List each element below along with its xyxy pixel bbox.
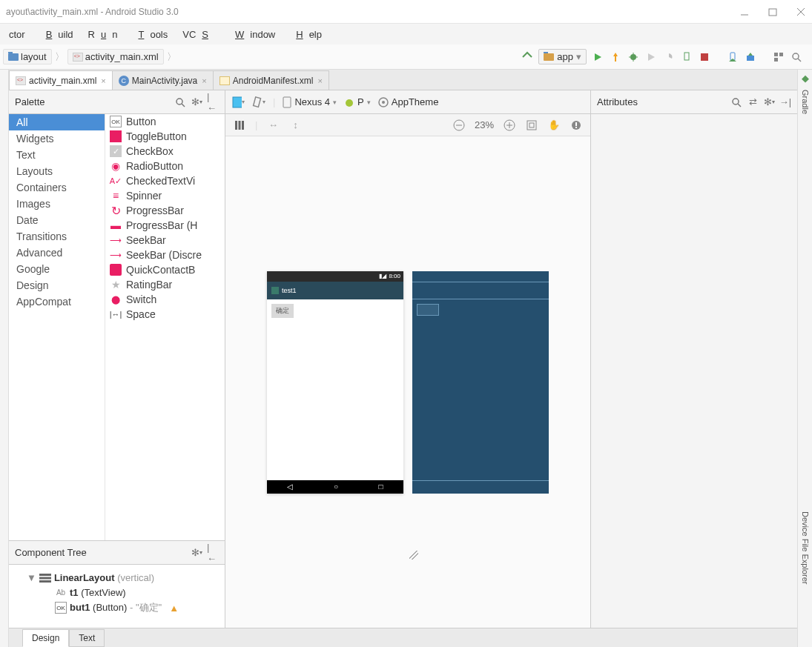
right-tool-stripe[interactable]: ◆ Gradle Device File Explorer <box>797 70 812 647</box>
breadcrumb-file[interactable]: activity_main.xml <box>67 49 164 64</box>
menu-run[interactable]: Run <box>82 27 124 42</box>
preview-button[interactable]: 确定 <box>271 304 294 318</box>
category-appcompat[interactable]: AppCompat <box>9 293 105 310</box>
debug-icon[interactable] <box>627 50 640 64</box>
widget-togglebutton[interactable]: ToggleButton <box>105 129 225 144</box>
orientation-icon[interactable]: ▾ <box>252 96 265 109</box>
close-icon[interactable]: × <box>200 76 206 85</box>
category-containers[interactable]: Containers <box>9 179 105 196</box>
category-date[interactable]: Date <box>9 212 105 228</box>
menu-tools[interactable]: Tools <box>126 27 174 42</box>
api-selector[interactable]: P ▾ <box>344 96 371 107</box>
close-icon[interactable]: × <box>316 76 322 85</box>
bp-button[interactable] <box>417 304 439 316</box>
tab-text[interactable]: Text <box>69 629 105 647</box>
stop-icon[interactable] <box>698 50 711 64</box>
category-advanced[interactable]: Advanced <box>9 245 105 261</box>
device-explorer-label[interactable]: Device File Explorer <box>801 511 810 584</box>
category-images[interactable]: Images <box>9 196 105 212</box>
pan-icon[interactable]: ✋ <box>547 119 561 132</box>
maximize-button[interactable] <box>768 7 778 17</box>
search-everywhere-icon[interactable] <box>790 50 803 64</box>
widget-radiobutton[interactable]: ◉RadioButton <box>105 159 225 173</box>
profiler-icon[interactable] <box>662 50 676 64</box>
tree-textview[interactable]: Ab t1 (TextView) <box>13 585 220 600</box>
search-icon[interactable] <box>174 96 186 108</box>
make-icon[interactable] <box>521 50 534 64</box>
swap-icon[interactable]: ⇄ <box>747 96 759 108</box>
tab-design[interactable]: Design <box>22 629 69 647</box>
widget-button[interactable]: OKButton <box>105 114 225 129</box>
category-text[interactable]: Text <box>9 147 105 163</box>
gear-icon[interactable]: ✻▾ <box>191 96 202 108</box>
tab-mainactivity[interactable]: C MainActivity.java × <box>112 70 214 90</box>
sdk-icon[interactable] <box>744 50 757 64</box>
warnings-icon[interactable] <box>570 119 583 132</box>
gear-icon[interactable]: ✻▾ <box>763 96 775 108</box>
menu-vcs[interactable]: VCS <box>176 27 220 42</box>
zoom-in-icon[interactable] <box>503 119 516 132</box>
breadcrumb-layout[interactable]: layout <box>3 49 52 64</box>
theme-selector[interactable]: AppTheme <box>378 96 439 107</box>
design-canvas[interactable]: ▮◢ 8:00 test1 确定 ◁ ○ □ <box>225 136 590 628</box>
widget-ratingbar[interactable]: ★RatingBar <box>105 277 225 292</box>
menu-help[interactable]: Help <box>284 27 328 42</box>
blueprint-preview[interactable] <box>412 271 549 494</box>
attach-debugger-icon[interactable] <box>680 50 693 64</box>
tree-root[interactable]: ▼ LinearLayout (vertical) <box>13 571 220 585</box>
breadcrumb: layout 〉 activity_main.xml 〉 <box>3 49 521 64</box>
menu-window[interactable]: Window <box>223 27 281 42</box>
tab-activity-main[interactable]: activity_main.xml × <box>9 70 113 90</box>
resize-handle[interactable] <box>409 551 418 560</box>
tab-manifest[interactable]: AndroidManifest.xml × <box>213 70 329 90</box>
widget-seekbar-discrete[interactable]: ⟶SeekBar (Discre <box>105 248 225 262</box>
widget-checkbox[interactable]: ✓CheckBox <box>105 144 225 159</box>
close-icon[interactable]: × <box>99 76 105 85</box>
gear-icon[interactable]: ✻▾ <box>191 547 202 559</box>
category-design[interactable]: Design <box>9 277 105 293</box>
run-config-selector[interactable]: app ▾ <box>538 49 587 64</box>
widget-progressbar[interactable]: ↻ProgressBar <box>105 203 225 218</box>
widget-switch[interactable]: ⬤Switch <box>105 292 225 307</box>
device-selector[interactable]: Nexus 4 ▾ <box>283 96 337 108</box>
gradle-label[interactable]: Gradle <box>801 90 810 114</box>
menu-build[interactable]: Build <box>34 27 79 42</box>
widget-quickcontact[interactable]: QuickContactB <box>105 262 225 277</box>
tree-label: but1 (Button) - "确定" <box>70 601 162 614</box>
avd-icon[interactable] <box>726 50 739 64</box>
minimize-button[interactable] <box>739 7 750 17</box>
menu-refactor[interactable]: ctor <box>3 27 31 42</box>
collapse-icon[interactable]: →| <box>779 96 791 108</box>
close-button[interactable] <box>796 7 806 17</box>
widget-spinner[interactable]: ≡Spinner <box>105 188 225 203</box>
autoconnect-icon[interactable]: ↔ <box>266 119 280 132</box>
apply-changes-icon[interactable] <box>609 50 622 64</box>
widget-checkedtextview[interactable]: A✓CheckedTextVi <box>105 173 225 188</box>
widget-progressbar-h[interactable]: ▬ProgressBar (H <box>105 218 225 233</box>
collapse-icon[interactable]: |← <box>207 547 219 559</box>
design-surface-icon[interactable]: ▾ <box>231 96 245 109</box>
widget-space[interactable]: |↔|Space <box>105 307 225 322</box>
collapse-icon[interactable]: |← <box>207 96 219 108</box>
tree-button[interactable]: OK but1 (Button) - "确定" ▲ <box>13 600 220 616</box>
widget-seekbar[interactable]: ⟶SeekBar <box>105 233 225 248</box>
category-all[interactable]: All <box>9 114 105 130</box>
project-structure-icon[interactable] <box>772 50 785 64</box>
category-google[interactable]: Google <box>9 261 105 277</box>
zoom-out-icon[interactable] <box>452 119 466 132</box>
category-layouts[interactable]: Layouts <box>9 163 105 179</box>
search-icon[interactable] <box>730 96 742 108</box>
default-margins-icon[interactable]: ↕ <box>288 119 302 132</box>
preview-body[interactable]: 确定 <box>267 299 403 480</box>
zoom-fit-icon[interactable] <box>525 119 538 132</box>
gradle-icon[interactable]: ◆ <box>802 73 809 84</box>
category-transitions[interactable]: Transitions <box>9 228 105 245</box>
profile-icon[interactable] <box>644 50 658 64</box>
view-options-icon[interactable] <box>233 119 246 132</box>
design-preview[interactable]: ▮◢ 8:00 test1 确定 ◁ ○ □ <box>267 271 403 494</box>
category-widgets[interactable]: Widgets <box>9 130 105 147</box>
warning-icon[interactable]: ▲ <box>169 603 179 614</box>
left-tool-stripe[interactable] <box>0 70 9 647</box>
run-icon[interactable] <box>591 50 604 64</box>
expand-icon[interactable]: ▼ <box>27 572 36 583</box>
